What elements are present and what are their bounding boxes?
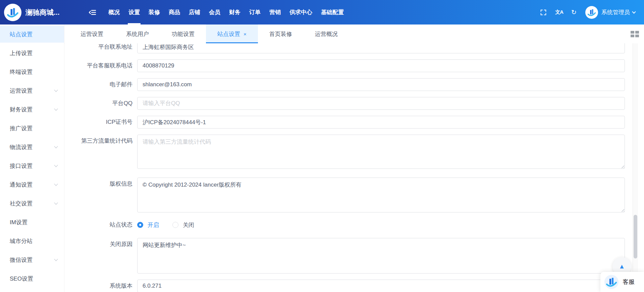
menu-item-shop[interactable]: 店铺 [184,0,205,25]
close-reason-textarea[interactable]: 网站更新维护中~ [137,238,625,274]
contact-address-input[interactable] [137,43,625,53]
sidebar-item-wechat-settings[interactable]: 微信设置 [0,251,64,268]
copyright-textarea[interactable]: © Copyright 2012-2024 lancer版权所有 [137,178,625,212]
field-label: 电子邮件 [65,78,137,91]
topbar-right: 文A ↻ 系统管理员 [532,6,644,19]
sidebar-item-site-settings[interactable]: 站点设置 [0,26,64,43]
radio-checked-icon [137,222,143,228]
field-label: 系统版本 [65,280,137,292]
menu-item-finance[interactable]: 财务 [225,0,245,25]
email-input[interactable] [137,78,625,91]
field-label: 关闭原因 [65,238,137,251]
sidebar-item-upload-settings[interactable]: 上传设置 [0,45,64,61]
field-label: 平台联系地址 [65,43,137,53]
tabs: 运营设置 系统用户 功能设置 站点设置 × 首页装修 运营概况 [64,25,349,43]
menu-item-goods[interactable]: 商品 [164,0,184,25]
service-label: 客服 [623,278,635,286]
tab-operation-overview[interactable]: 运营概况 [304,25,349,43]
system-version-input[interactable] [137,280,625,292]
traffic-stats-code-textarea[interactable] [137,135,625,169]
site-settings-form-panel: 平台联系地址 平台客服联系电话 电子邮件 平台QQ ICP证书号 第三方流量统计… [65,43,644,292]
service-logo-icon [604,275,619,289]
menu-item-supply-center[interactable]: 供求中心 [285,0,317,25]
chevron-down-icon [54,88,58,92]
field-icp-number: ICP证书号 [65,116,644,129]
field-platform-qq: 平台QQ [65,97,644,110]
tab-site-settings-label: 站点设置 [217,30,240,38]
tabbar: 运营设置 系统用户 功能设置 站点设置 × 首页装修 运营概况 [64,25,644,43]
field-label: 平台客服联系电话 [65,59,137,72]
field-service-phone: 平台客服联系电话 [65,59,644,72]
sidebar-item-terminal-settings[interactable]: 终端设置 [0,63,64,80]
user-name[interactable]: 系统管理员 [601,8,630,16]
tab-home-decoration[interactable]: 首页装修 [258,25,304,43]
field-traffic-stats-code: 第三方流量统计代码 [65,135,644,169]
field-close-reason: 关闭原因 网站更新维护中~ [65,238,644,274]
tab-options-grid-icon[interactable] [628,27,641,41]
chevron-down-icon [54,107,58,110]
site-status-off-radio[interactable]: 关闭 [172,221,194,229]
field-label: 版权信息 [65,178,137,190]
field-site-status: 站点状态 开启 关闭 [65,218,644,231]
field-label: ICP证书号 [65,116,137,129]
platform-qq-input[interactable] [137,97,625,110]
topbar: 澜驰商城... 概况 设置 装修 商品 店铺 会员 财务 订单 营销 供求中心 … [0,0,644,25]
brand-title: 澜驰商城... [25,8,60,17]
chevron-down-icon [54,257,58,261]
customer-service-button[interactable]: 客服 [600,272,644,292]
sidebar-item-interface-settings[interactable]: 接口设置 [0,157,64,174]
menu-item-decoration[interactable]: 装修 [144,0,164,25]
arrow-up-icon: ▲ [619,263,625,270]
field-email: 电子邮件 [65,78,644,91]
menu-item-order[interactable]: 订单 [245,0,265,25]
sidebar-item-logistics-settings[interactable]: 物流设置 [0,139,64,155]
top-menu: 概况 设置 装修 商品 店铺 会员 财务 订单 营销 供求中心 基础配置 [104,0,348,25]
brand: 澜驰商城... [0,4,83,21]
sidebar-item-seo-settings[interactable]: SEO设置 [0,270,64,287]
site-status-on-radio[interactable]: 开启 [137,221,159,229]
tab-site-settings[interactable]: 站点设置 × [206,25,258,43]
scrollbar-thumb[interactable] [634,215,637,258]
field-system-version: 系统版本 [65,280,644,292]
close-tab-icon[interactable]: × [244,31,247,37]
refresh-icon[interactable]: ↻ [571,8,577,16]
sidebar-item-social-settings[interactable]: 社交设置 [0,195,64,212]
chevron-down-icon [54,201,58,204]
sidebar-item-finance-settings[interactable]: 财务设置 [0,101,64,118]
field-copyright: 版权信息 © Copyright 2012-2024 lancer版权所有 [65,178,644,212]
sidebar-item-city-substation[interactable]: 城市分站 [0,233,64,249]
chevron-down-icon[interactable] [632,10,636,13]
sidebar-item-im-settings[interactable]: IM设置 [0,214,64,231]
field-label: 平台QQ [65,97,137,110]
menu-item-settings[interactable]: 设置 [124,0,144,25]
tab-function-settings[interactable]: 功能设置 [160,25,206,43]
menu-item-overview[interactable]: 概况 [104,0,124,25]
fullscreen-icon[interactable] [540,9,547,16]
chevron-down-icon [54,182,58,186]
menu-item-member[interactable]: 会员 [205,0,225,25]
tab-system-users[interactable]: 系统用户 [115,25,160,43]
sidebar: 站点设置 上传设置 终端设置 运营设置 财务设置 推广设置 物流设置 接口设置 … [0,25,64,292]
chevron-down-icon [54,144,58,148]
field-contact-address: 平台联系地址 [65,43,644,53]
sidebar-item-promotion-settings[interactable]: 推广设置 [0,120,64,137]
site-settings-form: 平台联系地址 平台客服联系电话 电子邮件 平台QQ ICP证书号 第三方流量统计… [65,43,644,292]
menu-item-base-config[interactable]: 基础配置 [317,0,348,25]
tab-operation-settings[interactable]: 运营设置 [69,25,115,43]
icp-number-input[interactable] [137,116,625,129]
chevron-down-icon [54,163,58,167]
scrollbar-track[interactable] [633,43,638,292]
user-avatar[interactable] [585,6,598,19]
translate-icon[interactable]: 文A [555,9,563,15]
field-label: 站点状态 [65,218,137,231]
sidebar-item-operation-settings[interactable]: 运营设置 [0,82,64,99]
menu-item-marketing[interactable]: 营销 [265,0,285,25]
brand-logo-icon [4,4,21,21]
service-phone-input[interactable] [137,59,625,72]
radio-unchecked-icon [172,222,178,228]
menu-fold-icon[interactable] [89,8,97,16]
sidebar-item-notification-settings[interactable]: 通知设置 [0,176,64,193]
field-label: 第三方流量统计代码 [65,135,137,147]
